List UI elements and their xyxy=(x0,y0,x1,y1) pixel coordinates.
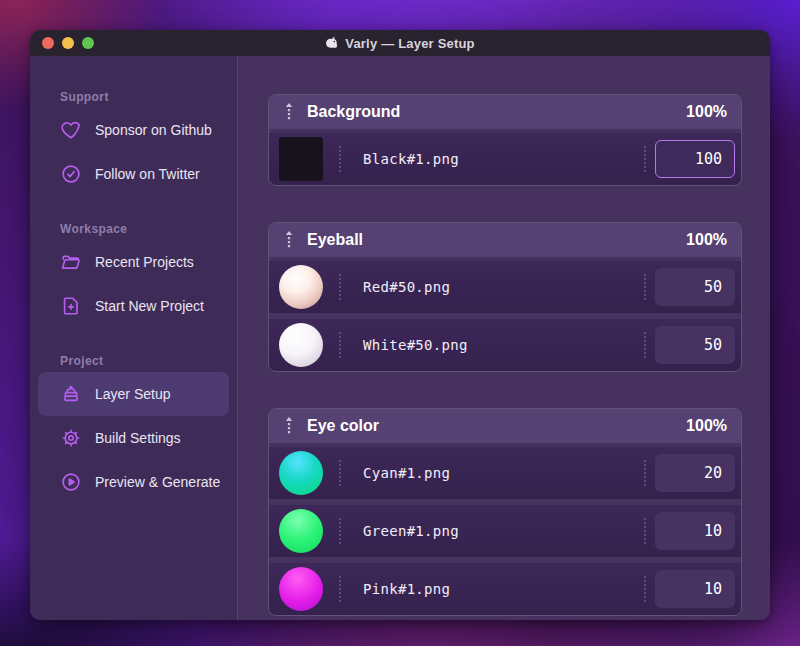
layer-rows: Black#1.png xyxy=(269,129,741,185)
play-circle-icon xyxy=(60,471,82,493)
dotted-separator xyxy=(644,332,646,358)
dotted-separator xyxy=(339,460,341,486)
layer-filename: Red#50.png xyxy=(363,279,644,295)
dotted-separator xyxy=(644,274,646,300)
layers-icon xyxy=(60,383,82,405)
drag-handle-icon[interactable] xyxy=(283,102,295,122)
layer-group-eye-color: Eye color100%Cyan#1.pngGreen#1.pngPink#1… xyxy=(268,408,742,616)
layer-group-header[interactable]: Eyeball100% xyxy=(269,223,741,257)
layer-filename: White#50.png xyxy=(363,337,644,353)
dotted-separator xyxy=(644,460,646,486)
unicorn-app-icon xyxy=(325,36,339,50)
dotted-separator xyxy=(339,576,341,602)
layer-filename: Green#1.png xyxy=(363,523,644,539)
dotted-separator xyxy=(339,146,341,172)
check-badge-icon xyxy=(60,163,82,185)
sidebar-section-support: SupportSponsor on GithubFollow on Twitte… xyxy=(38,90,229,196)
drag-handle-icon[interactable] xyxy=(283,416,295,436)
sidebar-item-label: Preview & Generate xyxy=(95,474,220,490)
sidebar-item-sponsor-on-github[interactable]: Sponsor on Github xyxy=(38,108,229,152)
layer-group-name: Background xyxy=(307,103,400,121)
zoom-button[interactable] xyxy=(82,37,94,49)
sidebar-item-build-settings[interactable]: Build Settings xyxy=(38,416,229,460)
window-title: Varly — Layer Setup xyxy=(325,36,475,51)
layer-group-header[interactable]: Background100% xyxy=(269,95,741,129)
dotted-separator xyxy=(339,332,341,358)
layer-rows: Cyan#1.pngGreen#1.pngPink#1.png xyxy=(269,443,741,615)
app-window: Varly — Layer Setup SupportSponsor on Gi… xyxy=(30,30,770,620)
layer-thumbnail-ball-green xyxy=(279,509,323,553)
sidebar-section-project: ProjectLayer SetupBuild SettingsPreview … xyxy=(38,354,229,504)
layer-group-opacity: 100% xyxy=(686,231,727,249)
title-bar: Varly — Layer Setup xyxy=(30,30,770,56)
layer-row: White#50.png xyxy=(269,319,741,371)
layer-filename: Cyan#1.png xyxy=(363,465,644,481)
sidebar-item-label: Follow on Twitter xyxy=(95,166,200,182)
layer-group-opacity: 100% xyxy=(686,417,727,435)
minimize-button[interactable] xyxy=(62,37,74,49)
sidebar-section-label: Support xyxy=(60,90,229,104)
layer-filename: Black#1.png xyxy=(363,151,644,167)
sidebar-item-recent-projects[interactable]: Recent Projects xyxy=(38,240,229,284)
layer-weight-input[interactable] xyxy=(655,140,735,178)
layer-filename: Pink#1.png xyxy=(363,581,644,597)
sidebar-item-label: Recent Projects xyxy=(95,254,194,270)
sidebar-item-label: Build Settings xyxy=(95,430,181,446)
layer-row: Pink#1.png xyxy=(269,563,741,615)
layer-row: Cyan#1.png xyxy=(269,447,741,499)
drag-handle-icon[interactable] xyxy=(283,230,295,250)
sidebar-section-label: Workspace xyxy=(60,222,229,236)
window-body: SupportSponsor on GithubFollow on Twitte… xyxy=(30,56,770,620)
close-button[interactable] xyxy=(42,37,54,49)
dotted-separator xyxy=(644,146,646,172)
layer-weight-input[interactable] xyxy=(655,454,735,492)
layer-thumbnail-pearl-white xyxy=(279,323,323,367)
layer-weight-input[interactable] xyxy=(655,326,735,364)
sidebar-item-layer-setup[interactable]: Layer Setup xyxy=(38,372,229,416)
gear-icon xyxy=(60,427,82,449)
layer-weight-input[interactable] xyxy=(655,570,735,608)
layer-group-background: Background100%Black#1.png xyxy=(268,94,742,186)
sidebar: SupportSponsor on GithubFollow on Twitte… xyxy=(30,56,238,620)
sidebar-section-label: Project xyxy=(60,354,229,368)
dotted-separator xyxy=(644,576,646,602)
sidebar-item-preview-generate[interactable]: Preview & Generate xyxy=(38,460,229,504)
layer-group-eyeball: Eyeball100%Red#50.pngWhite#50.png xyxy=(268,222,742,372)
layer-row: Black#1.png xyxy=(269,133,741,185)
layer-group-header[interactable]: Eye color100% xyxy=(269,409,741,443)
dotted-separator xyxy=(339,274,341,300)
layer-thumbnail-pearl-red xyxy=(279,265,323,309)
layer-row: Green#1.png xyxy=(269,505,741,557)
layer-setup-panel: Background100%Black#1.pngEyeball100%Red#… xyxy=(238,56,770,620)
sidebar-item-start-new-project[interactable]: Start New Project xyxy=(38,284,229,328)
layer-weight-input[interactable] xyxy=(655,512,735,550)
sidebar-item-label: Layer Setup xyxy=(95,386,171,402)
sidebar-section-workspace: WorkspaceRecent ProjectsStart New Projec… xyxy=(38,222,229,328)
traffic-lights xyxy=(42,37,94,49)
sidebar-item-label: Sponsor on Github xyxy=(95,122,212,138)
dotted-separator xyxy=(644,518,646,544)
layer-group-name: Eyeball xyxy=(307,231,363,249)
layer-rows: Red#50.pngWhite#50.png xyxy=(269,257,741,371)
layer-thumbnail-black-square xyxy=(279,137,323,181)
dotted-separator xyxy=(339,518,341,544)
window-title-text: Varly — Layer Setup xyxy=(345,36,475,51)
folder-icon xyxy=(60,251,82,273)
sidebar-item-label: Start New Project xyxy=(95,298,204,314)
heart-icon xyxy=(60,119,82,141)
sidebar-item-follow-on-twitter[interactable]: Follow on Twitter xyxy=(38,152,229,196)
layer-thumbnail-ball-pink xyxy=(279,567,323,611)
layer-weight-input[interactable] xyxy=(655,268,735,306)
file-plus-icon xyxy=(60,295,82,317)
layer-row: Red#50.png xyxy=(269,261,741,313)
layer-thumbnail-ball-cyan xyxy=(279,451,323,495)
layer-group-opacity: 100% xyxy=(686,103,727,121)
layer-group-name: Eye color xyxy=(307,417,379,435)
